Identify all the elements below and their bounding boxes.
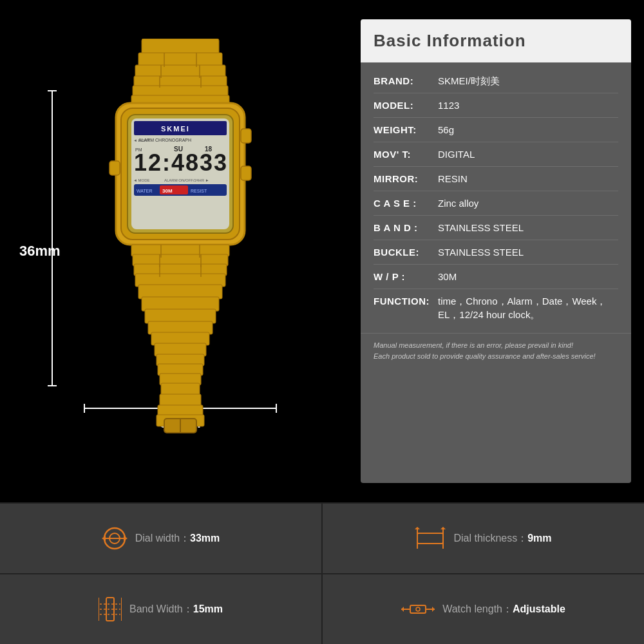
band-width-text: Band Width：15mm [129, 603, 223, 616]
brand-value: SKMEI/时刻美 [438, 74, 618, 88]
svg-text:RESIST: RESIST [191, 189, 207, 193]
svg-rect-16 [109, 161, 120, 175]
info-header: Basic Information [361, 19, 631, 62]
watch-length-text: Watch length：Adjustable [442, 603, 565, 616]
dial-thickness-value: 9mm [527, 533, 551, 544]
brand-row: BRAND: SKMEI/时刻美 [374, 69, 618, 93]
band-width-spec: Band Width：15mm [0, 574, 323, 644]
dial-thickness-label: Dial thickness： [453, 533, 527, 544]
dial-width-spec: Dial width：33mm [0, 504, 323, 573]
wp-label: W / P : [374, 270, 438, 283]
svg-text:ALARM ON/OFF/24HR ►: ALARM ON/OFF/24HR ► [164, 178, 209, 182]
svg-text:WATER: WATER [137, 189, 153, 193]
case-row: C A S E : Zinc alloy [374, 191, 618, 216]
buckle-value: STAINLESS STEEL [438, 245, 618, 259]
svg-text:◄ LIGHT: ◄ LIGHT [133, 138, 150, 142]
svg-marker-68 [440, 527, 446, 529]
band-row: B A N D : STAINLESS STEEL [374, 216, 618, 240]
svg-rect-75 [410, 605, 426, 613]
band-width-icon [99, 596, 122, 622]
band-value: STAINLESS STEEL [438, 221, 618, 234]
info-note: Manual measurement, if there is an error… [361, 333, 631, 371]
watch-length-label: Watch length： [442, 603, 513, 614]
function-label: FUNCTION: [374, 294, 438, 308]
band-width-label: Band Width： [129, 603, 193, 614]
wp-value: 30M [438, 270, 618, 283]
dial-thickness-text: Dial thickness：9mm [453, 532, 551, 545]
svg-marker-67 [415, 527, 420, 529]
band-label: B A N D : [374, 221, 438, 234]
buckle-row: BUCKLE: STAINLESS STEEL [374, 240, 618, 265]
case-value: Zinc alloy [438, 196, 618, 210]
watch-length-value: Adjustable [513, 603, 565, 614]
model-value: 1123 [438, 99, 618, 112]
dial-width-icon [102, 526, 128, 551]
case-label: C A S E : [374, 196, 438, 210]
weight-value: 56g [438, 123, 618, 137]
svg-marker-79 [401, 607, 404, 612]
wp-row: W / P : 30M [374, 265, 618, 289]
svg-rect-14 [241, 129, 251, 143]
svg-text:◄ MODE: ◄ MODE [133, 178, 150, 182]
svg-rect-0 [142, 39, 219, 55]
svg-text:30M: 30M [162, 188, 173, 194]
mirror-label: MIRROR: [374, 172, 438, 185]
movement-value: DIGITAL [438, 147, 618, 161]
main-area: 36mm 33mm [0, 0, 644, 502]
watch-length-icon [401, 596, 435, 622]
vertical-dimension-line [52, 90, 53, 386]
specs-bar: Dial width：33mm Dial thickness：9mm [0, 502, 644, 644]
svg-text:SKMEI: SKMEI [161, 125, 190, 133]
dial-width-text: Dial width：33mm [135, 532, 220, 545]
brand-label: BRAND: [374, 74, 438, 88]
note-line1: Manual measurement, if there is an error… [374, 340, 618, 351]
note-line2: Each product sold to provide quality ass… [374, 351, 618, 362]
model-label: MODEL: [374, 99, 438, 112]
specs-row-bottom: Band Width：15mm Watch length：Adjustable [0, 573, 644, 644]
svg-text:12:4833: 12:4833 [134, 149, 228, 176]
function-value: time，Chrono，Alarm，Date，Week，EL，12/24 hou… [438, 294, 618, 321]
weight-row: WEIGHT: 56g [374, 118, 618, 142]
movement-row: MOV' T: DIGITAL [374, 142, 618, 167]
info-panel: Basic Information BRAND: SKMEI/时刻美 MODEL… [361, 19, 631, 483]
svg-rect-64 [417, 533, 443, 544]
specs-row-top: Dial width：33mm Dial thickness：9mm [0, 502, 644, 573]
dial-thickness-icon [415, 526, 446, 551]
dial-thickness-spec: Dial thickness：9mm [323, 504, 644, 573]
watch-area: 36mm 33mm [0, 0, 361, 502]
dial-width-value: 33mm [190, 533, 220, 544]
movement-label: MOV' T: [374, 147, 438, 161]
info-body: BRAND: SKMEI/时刻美 MODEL: 1123 WEIGHT: 56g… [361, 62, 631, 333]
watch-length-spec: Watch length：Adjustable [323, 574, 644, 644]
function-row: FUNCTION: time，Chrono，Alarm，Date，Week，EL… [374, 289, 618, 327]
dial-width-label: Dial width： [135, 533, 190, 544]
weight-label: WEIGHT: [374, 123, 438, 137]
model-row: MODEL: 1123 [374, 93, 618, 118]
mirror-value: RESIN [438, 172, 618, 185]
band-width-value: 15mm [193, 603, 223, 614]
info-title: Basic Information [374, 31, 618, 51]
mirror-row: MIRROR: RESIN [374, 167, 618, 191]
buckle-label: BUCKLE: [374, 245, 438, 259]
watch-image: SKMEI ALARM CHRONOGRAPH ◄ LIGHT PM SU 18… [64, 39, 296, 438]
svg-rect-15 [241, 166, 251, 180]
height-dimension-label: 36mm [19, 243, 61, 260]
svg-marker-80 [432, 607, 435, 612]
svg-point-76 [416, 607, 420, 611]
